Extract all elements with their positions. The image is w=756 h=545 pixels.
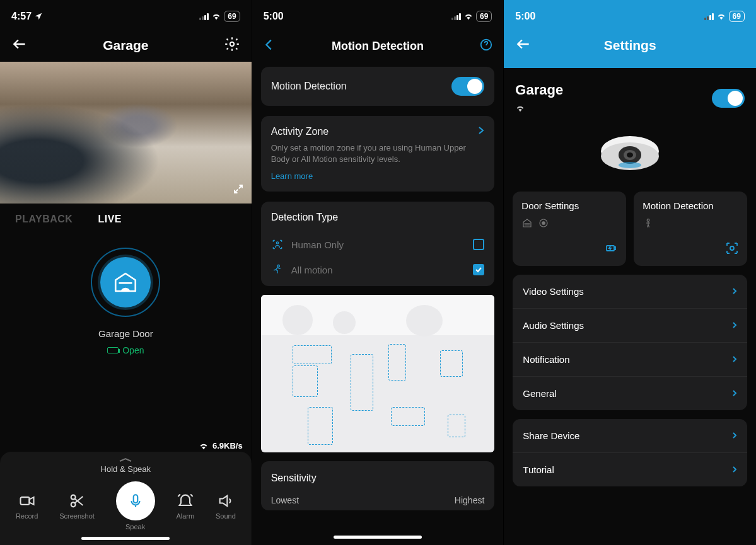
sensitivity-highest: Highest [455, 495, 484, 505]
back-button[interactable] [11, 36, 28, 55]
drawer-handle[interactable] [0, 457, 252, 463]
sensitivity-title: Sensitivity [271, 473, 485, 484]
location-arrow-icon [34, 12, 43, 21]
status-bar: 4:57 69 [0, 0, 252, 26]
record-button[interactable]: Record [16, 492, 38, 520]
svg-point-7 [276, 242, 278, 244]
record-icon [538, 217, 549, 229]
settings-icon[interactable] [224, 36, 240, 55]
door-status: Open [107, 345, 144, 355]
nav-bar: Settings [504, 26, 756, 62]
chevron-right-icon [732, 464, 737, 475]
chevron-right-icon [732, 354, 737, 365]
home-indicator[interactable] [334, 536, 422, 539]
home-indicator[interactable] [81, 537, 170, 540]
signal-icon [704, 13, 714, 20]
svg-point-16 [542, 222, 545, 225]
connection-speed: 6.9KB/s [199, 441, 243, 450]
battery-icon: 69 [224, 11, 240, 22]
notification-row[interactable]: Notification [513, 343, 747, 377]
status-time: 4:57 [11, 11, 32, 22]
signal-icon [451, 13, 461, 20]
svg-rect-5 [133, 495, 137, 503]
motion-toggle-label: Motion Detection [271, 81, 347, 92]
alarm-button[interactable]: Alarm [176, 492, 194, 520]
status-bar: 5:00 69 [504, 0, 756, 26]
sensitivity-card: Sensitivity Lowest Highest [261, 461, 495, 510]
garage-door-button[interactable] [91, 248, 160, 317]
panel-settings: 5:00 69 Settings Garag [504, 0, 756, 545]
screenshot-button[interactable]: Screenshot [59, 492, 95, 520]
person-scan-icon [271, 238, 284, 251]
door-settings-tile[interactable]: Door Settings [513, 192, 626, 266]
wifi-icon [716, 13, 726, 20]
person-icon [643, 217, 654, 229]
chevron-right-icon [732, 286, 737, 297]
human-only-option[interactable]: Human Only [271, 232, 485, 257]
nav-bar: Garage [0, 26, 252, 62]
back-button[interactable] [515, 36, 532, 55]
alarm-icon [177, 492, 194, 510]
back-button[interactable] [262, 38, 276, 54]
wifi-icon [515, 105, 525, 112]
video-camera-icon [18, 492, 36, 510]
device-image [515, 132, 745, 174]
tutorial-row[interactable]: Tutorial [513, 453, 747, 486]
panel-motion-detection: 5:00 69 Motion Detection Motion [252, 0, 504, 545]
motion-detection-tile[interactable]: Motion Detection [634, 192, 747, 266]
status-time: 5:00 [515, 11, 535, 22]
camera-live-feed[interactable] [0, 62, 252, 204]
view-tabs: PLAYBACK LIVE [0, 204, 252, 235]
charge-icon [603, 241, 619, 258]
device-name: Garage [515, 82, 563, 98]
tab-live[interactable]: LIVE [98, 214, 122, 225]
action-drawer: Hold & Speak Record Screenshot Speak [0, 452, 252, 545]
settings-list-1: Video Settings Audio Settings Notificati… [513, 275, 747, 410]
wifi-icon [211, 13, 221, 20]
status-time: 5:00 [264, 11, 284, 22]
signal-icon [199, 13, 209, 20]
running-person-icon [271, 263, 284, 276]
activity-zone-card[interactable]: Activity Zone Only set a motion zone if … [261, 116, 495, 192]
status-bar: 5:00 69 [252, 0, 504, 26]
scissors-icon [68, 492, 86, 510]
activity-zone-title: Activity Zone [271, 126, 329, 137]
panel-garage-live: 4:57 69 Garage [0, 0, 252, 545]
expand-icon[interactable] [233, 183, 244, 197]
audio-settings-row[interactable]: Audio Settings [513, 309, 747, 343]
general-row[interactable]: General [513, 377, 747, 410]
svg-point-13 [627, 152, 633, 158]
sound-button[interactable]: Sound [216, 492, 236, 520]
svg-rect-1 [119, 282, 132, 284]
motion-toggle-card: Motion Detection [261, 67, 495, 106]
detection-illustration [261, 295, 495, 452]
hold-speak-label: Hold & Speak [0, 464, 252, 474]
page-title: Garage [103, 38, 148, 53]
checkbox-unchecked[interactable] [473, 239, 484, 250]
page-title: Settings [604, 38, 656, 53]
mic-icon [116, 481, 155, 520]
detection-type-card: Detection Type Human Only All motion [261, 202, 495, 286]
chevron-right-icon [732, 388, 737, 399]
checkbox-checked[interactable] [473, 264, 484, 275]
svg-point-19 [730, 246, 734, 250]
wifi-icon [199, 442, 209, 450]
speak-button[interactable]: Speak [116, 481, 155, 531]
activity-zone-desc: Only set a motion zone if you are using … [271, 142, 485, 165]
sound-icon [217, 492, 235, 510]
all-motion-option[interactable]: All motion [271, 257, 485, 282]
svg-point-8 [277, 265, 279, 267]
battery-icon: 69 [729, 11, 745, 22]
tab-playback[interactable]: PLAYBACK [15, 214, 73, 225]
learn-more-link[interactable]: Learn more [271, 171, 313, 181]
video-settings-row[interactable]: Video Settings [513, 275, 747, 309]
device-header-card: Garage [504, 68, 756, 192]
help-icon[interactable] [479, 38, 493, 54]
chevron-right-icon [478, 126, 484, 137]
motion-toggle-switch[interactable] [451, 77, 484, 96]
detection-type-title: Detection Type [271, 212, 485, 223]
settings-list-2: Share Device Tutorial [513, 419, 747, 486]
wifi-icon [463, 13, 474, 20]
device-enabled-switch[interactable] [712, 89, 745, 108]
share-device-row[interactable]: Share Device [513, 419, 747, 453]
